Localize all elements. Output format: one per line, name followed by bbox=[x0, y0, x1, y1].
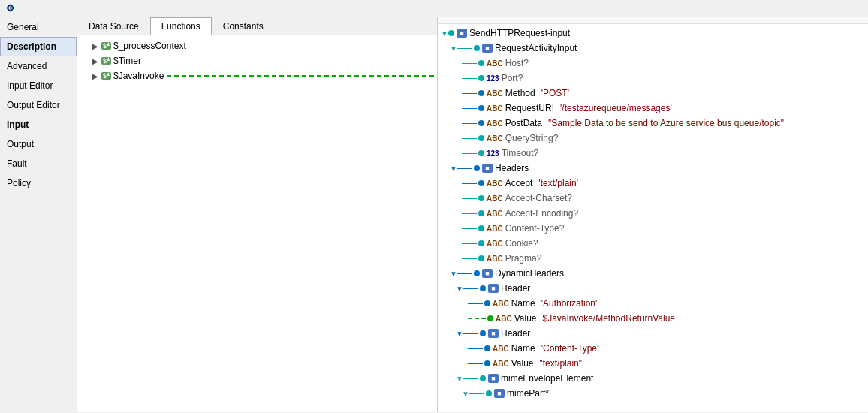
abc-icon: ABC bbox=[493, 360, 509, 368]
sidebar-item-policy[interactable]: Policy bbox=[0, 173, 77, 193]
abc-icon: ABC bbox=[487, 119, 503, 128]
right-panel: ▼■SendHTTPRequest-input▼■RequestActivity… bbox=[438, 17, 868, 412]
xpath-row-headers[interactable]: ▼■Headers bbox=[438, 161, 868, 176]
expand-arrow[interactable]: ▼ bbox=[462, 390, 469, 398]
expand-arrow[interactable]: ▼ bbox=[456, 330, 463, 338]
node-name: Value bbox=[511, 358, 534, 369]
xpath-row-mime-part[interactable]: ▼■mimePart* bbox=[438, 386, 868, 401]
folder-icon: ■ bbox=[482, 164, 493, 173]
xpath-row-mime-envelope[interactable]: ▼■mimeEnvelopeElement bbox=[438, 371, 868, 386]
type-icon: $⁴ bbox=[101, 72, 111, 80]
sidebar-item-output-editor[interactable]: Output Editor bbox=[0, 95, 77, 115]
expand-arrow[interactable]: ▼ bbox=[441, 29, 448, 38]
abc-icon: ABC bbox=[487, 194, 503, 203]
node-value: 'Authorization' bbox=[541, 298, 598, 309]
expand-arrow[interactable]: ▼ bbox=[456, 375, 463, 383]
node-name: DynamicHeaders bbox=[495, 268, 564, 279]
folder-icon: ■ bbox=[488, 329, 499, 338]
tab-constants[interactable]: Constants bbox=[212, 17, 275, 35]
item-name: $JavaInvoke bbox=[113, 71, 164, 81]
xpath-row-timeout[interactable]: 123Timeout? bbox=[438, 146, 868, 161]
xpath-row-host[interactable]: ABCHost? bbox=[438, 56, 868, 71]
abc-icon: ABC bbox=[487, 240, 503, 248]
xpath-row-value2[interactable]: ABCValue"text/plain" bbox=[438, 356, 868, 371]
node-name: Value bbox=[514, 313, 537, 324]
xpath-row-pragma[interactable]: ABCPragma? bbox=[438, 251, 868, 266]
xpath-row-header1[interactable]: ▼■Header bbox=[438, 281, 868, 296]
xpath-row-query-string[interactable]: ABCQueryString? bbox=[438, 131, 868, 146]
xpath-tree[interactable]: ▼■SendHTTPRequest-input▼■RequestActivity… bbox=[438, 24, 868, 412]
source-tree[interactable]: ▶$⁴$_processContext▶$⁴$Timer▶$⁴$JavaInvo… bbox=[77, 35, 437, 412]
tab-data-source[interactable]: Data Source bbox=[77, 17, 150, 35]
node-name: Accept-Charset? bbox=[505, 193, 572, 203]
expand-arrow[interactable]: ▼ bbox=[456, 285, 463, 293]
tree-item-stimer[interactable]: ▶$⁴$Timer bbox=[77, 53, 437, 68]
type-icon: $⁴ bbox=[101, 57, 111, 65]
xpath-row-request-uri[interactable]: ABCRequestURI'/testazurequeue/messages' bbox=[438, 101, 868, 116]
xpath-row-name2[interactable]: ABCName'Content-Type' bbox=[438, 341, 868, 356]
folder-icon: ■ bbox=[482, 44, 493, 53]
sidebar-item-input-editor[interactable]: Input Editor bbox=[0, 76, 77, 95]
sidebar-item-fault[interactable]: Fault bbox=[0, 154, 77, 173]
tree-item-java-invoke[interactable]: ▶$⁴$JavaInvoke bbox=[77, 68, 437, 83]
xpath-row-header2[interactable]: ▼■Header bbox=[438, 326, 868, 341]
abc-icon: ABC bbox=[496, 315, 512, 323]
node-name: Method bbox=[505, 88, 535, 98]
xpath-row-request-activity[interactable]: ▼■RequestActivityInput bbox=[438, 41, 868, 56]
item-name: $Timer bbox=[113, 56, 141, 66]
item-name: $_processContext bbox=[113, 41, 186, 51]
dashed-connector bbox=[167, 75, 434, 77]
node-name: Pragma? bbox=[505, 253, 542, 264]
node-name: Name bbox=[511, 298, 535, 309]
xpath-row-port[interactable]: 123Port? bbox=[438, 71, 868, 86]
xpath-row-accept-encoding[interactable]: ABCAccept-Encoding? bbox=[438, 206, 868, 221]
node-name: RequestURI bbox=[505, 103, 554, 113]
expand-arrow[interactable]: ▼ bbox=[450, 164, 457, 173]
node-name: Header bbox=[501, 283, 530, 294]
sidebar-item-input[interactable]: Input bbox=[0, 115, 77, 134]
title-bar: ⚙ bbox=[0, 0, 868, 17]
node-value: 'POST' bbox=[541, 88, 569, 98]
xpath-row-post-data[interactable]: ABCPostData"Sample Data to be send to Az… bbox=[438, 116, 868, 131]
xpath-row-accept[interactable]: ABCAccept'text/plain' bbox=[438, 176, 868, 191]
expand-icon[interactable]: ▶ bbox=[92, 57, 101, 65]
node-value: '/testazurequeue/messages' bbox=[560, 103, 672, 113]
abc-icon: ABC bbox=[487, 225, 503, 233]
node-value: "text/plain" bbox=[539, 358, 582, 369]
node-value: 'text/plain' bbox=[538, 178, 578, 188]
abc-icon: ABC bbox=[487, 104, 503, 113]
sidebar-item-general[interactable]: General bbox=[0, 17, 77, 37]
xpath-row-dynamic-headers[interactable]: ▼■DynamicHeaders bbox=[438, 266, 868, 281]
xpath-row-cookie[interactable]: ABCCookie? bbox=[438, 236, 868, 251]
main-container: GeneralDescriptionAdvancedInput EditorOu… bbox=[0, 17, 868, 412]
node-name: PostData bbox=[505, 118, 542, 128]
node-name: SendHTTPRequest-input bbox=[469, 28, 570, 38]
abc-icon: ABC bbox=[493, 345, 509, 353]
sidebar: GeneralDescriptionAdvancedInput EditorOu… bbox=[0, 17, 77, 412]
expand-icon[interactable]: ▶ bbox=[92, 72, 101, 80]
xpath-row-content-type[interactable]: ABCContent-Type? bbox=[438, 221, 868, 236]
node-name: Header bbox=[501, 328, 530, 339]
sidebar-item-advanced[interactable]: Advanced bbox=[0, 56, 77, 76]
abc-icon: ABC bbox=[487, 210, 503, 218]
expand-arrow[interactable]: ▼ bbox=[450, 44, 457, 53]
xpath-row-method[interactable]: ABCMethod'POST' bbox=[438, 86, 868, 101]
xpath-row-value1[interactable]: ABCValue$JavaInvoke/MethodReturnValue bbox=[438, 311, 868, 326]
node-name: RequestActivityInput bbox=[495, 43, 577, 53]
xpath-row-name1[interactable]: ABCName'Authorization' bbox=[438, 296, 868, 311]
node-name: Cookie? bbox=[505, 238, 538, 249]
expand-arrow[interactable]: ▼ bbox=[450, 270, 457, 278]
tree-item-process-context[interactable]: ▶$⁴$_processContext bbox=[77, 38, 437, 53]
folder-icon: ■ bbox=[488, 374, 499, 383]
xpath-row-accept-charset[interactable]: ABCAccept-Charset? bbox=[438, 191, 868, 206]
expand-icon[interactable]: ▶ bbox=[92, 42, 101, 50]
sidebar-item-output[interactable]: Output bbox=[0, 134, 77, 154]
node-name: Accept bbox=[505, 178, 533, 188]
sidebar-item-description[interactable]: Description bbox=[0, 37, 77, 56]
xpath-row-send-input[interactable]: ▼■SendHTTPRequest-input bbox=[438, 26, 868, 41]
tab-functions[interactable]: Functions bbox=[150, 17, 212, 35]
node-name: Content-Type? bbox=[505, 223, 565, 234]
num-icon: 123 bbox=[487, 74, 499, 83]
folder-icon: ■ bbox=[494, 389, 505, 398]
node-name: QueryString? bbox=[505, 133, 559, 143]
